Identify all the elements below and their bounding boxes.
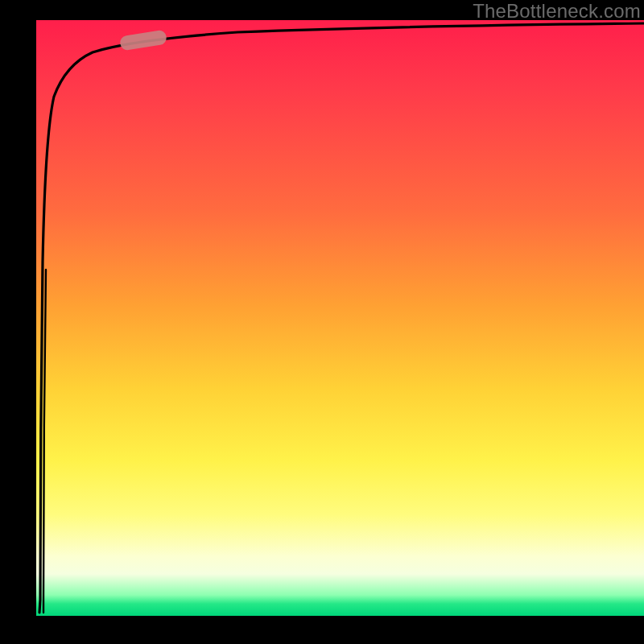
curve-layer <box>36 20 644 616</box>
watermark-text: TheBottleneck.com <box>473 0 641 23</box>
plot-area <box>36 20 644 616</box>
highlight-segment <box>119 30 167 52</box>
chart-frame: TheBottleneck.com <box>0 0 644 644</box>
bottleneck-curve-inner <box>43 270 46 613</box>
bottleneck-curve <box>39 23 644 613</box>
